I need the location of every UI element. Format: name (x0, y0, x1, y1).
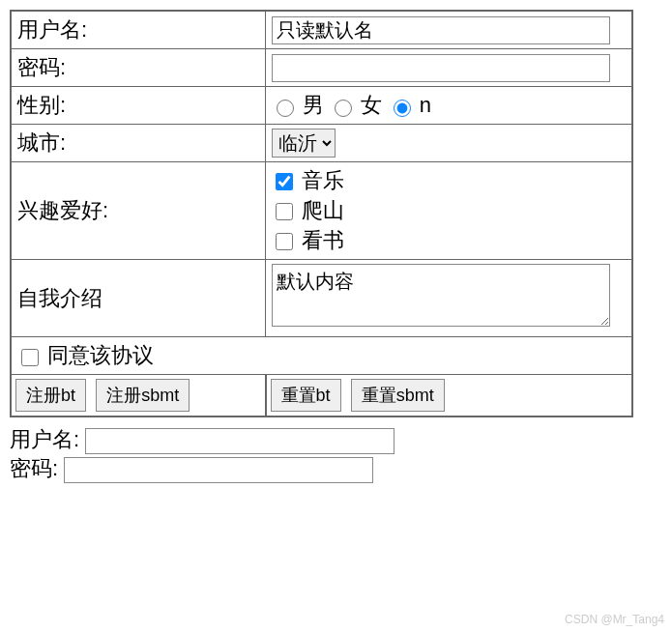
gender-female-option[interactable]: 女 (330, 93, 388, 117)
agree-cell: 同意该协议 (11, 337, 632, 375)
button-cell-left: 注册bt 注册sbmt (11, 375, 266, 417)
gender-group: 男 女 n (266, 87, 633, 125)
agree-checkbox[interactable] (21, 349, 39, 366)
password-input[interactable] (272, 54, 610, 82)
gender-n-radio[interactable] (394, 100, 411, 117)
hobby-climb-option[interactable]: 爬山 (272, 198, 344, 222)
gender-label: 性别: (11, 87, 266, 125)
below-password-input[interactable] (64, 457, 373, 483)
password-label: 密码: (11, 49, 266, 87)
city-select[interactable]: 临沂 (272, 129, 336, 158)
hobby-group: 音乐 爬山 看书 (266, 162, 633, 260)
button-cell-right: 重置bt 重置sbmt (266, 375, 633, 417)
intro-textarea[interactable] (272, 264, 610, 327)
intro-label: 自我介绍 (11, 260, 266, 337)
hobby-music-option[interactable]: 音乐 (272, 168, 344, 192)
hobby-label: 兴趣爱好: (11, 162, 266, 260)
hobby-read-checkbox[interactable] (276, 233, 293, 250)
agree-option[interactable]: 同意该协议 (17, 343, 154, 367)
register-bt-button[interactable]: 注册bt (15, 379, 86, 412)
gender-n-option[interactable]: n (389, 93, 431, 117)
username-input[interactable] (272, 16, 610, 44)
below-username-input[interactable] (85, 428, 394, 454)
hobby-read-option[interactable]: 看书 (272, 228, 344, 252)
gender-male-option[interactable]: 男 (272, 93, 330, 117)
reset-sbmt-button[interactable]: 重置sbmt (351, 379, 445, 412)
gender-female-radio[interactable] (335, 100, 352, 117)
reset-bt-button[interactable]: 重置bt (271, 379, 341, 412)
hobby-music-checkbox[interactable] (276, 173, 293, 190)
gender-male-radio[interactable] (277, 100, 294, 117)
city-label: 城市: (11, 125, 266, 162)
below-form: 用户名: 密码: (10, 425, 662, 483)
form-table: 用户名: 密码: 性别: 男 女 n 城市: (10, 10, 633, 417)
below-username-label: 用户名: (10, 427, 79, 451)
register-sbmt-button[interactable]: 注册sbmt (96, 379, 190, 412)
username-label: 用户名: (11, 11, 266, 49)
hobby-climb-checkbox[interactable] (276, 203, 293, 220)
below-password-label: 密码: (10, 456, 58, 480)
